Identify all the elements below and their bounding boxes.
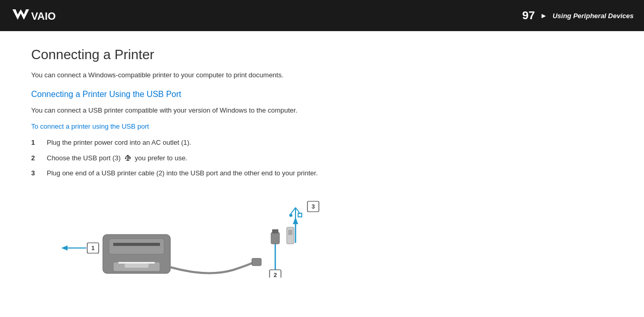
svg-marker-32 (293, 217, 298, 224)
step-3: 3 Plug one end of a USB printer cable (2… (31, 168, 613, 178)
step-3-text: Plug one end of a USB printer cable (2) … (47, 168, 613, 178)
svg-rect-5 (129, 157, 130, 159)
svg-text:VAIO: VAIO (31, 10, 56, 22)
steps-list: 1 Plug the printer power cord into an AC… (31, 137, 613, 178)
section-description: You can connect a USB printer compatible… (31, 105, 613, 116)
svg-point-29 (289, 214, 292, 217)
svg-rect-17 (118, 262, 155, 264)
vaio-logo: VAIO (8, 5, 71, 26)
chevron-right-icon: ► (540, 11, 547, 20)
svg-text:1: 1 (91, 245, 95, 251)
svg-rect-13 (109, 239, 164, 254)
svg-text:3: 3 (312, 203, 315, 210)
step-2: 2 Choose the USB port (3) you prefer to … (31, 153, 613, 163)
step-3-number: 3 (31, 168, 47, 178)
header-right: 97 ► Using Peripheral Devices (522, 9, 634, 22)
usb-symbol-icon (124, 154, 132, 162)
svg-rect-16 (113, 243, 160, 246)
connection-diagram: 1 2 (52, 187, 415, 278)
procedure-heading: To connect a printer using the USB port (31, 122, 613, 130)
svg-rect-25 (288, 230, 292, 235)
intro-paragraph: You can connect a Windows-compatible pri… (31, 70, 613, 80)
sub-heading-link[interactable]: Connecting a Printer Using the USB Port (31, 90, 613, 99)
step-2-text: Choose the USB port (3) you prefer to us… (47, 153, 613, 163)
svg-rect-15 (125, 264, 149, 268)
svg-point-4 (125, 158, 126, 159)
svg-rect-22 (271, 232, 279, 244)
step-2-number: 2 (31, 153, 47, 163)
main-content: Connecting a Printer You can connect a W… (0, 31, 644, 291)
svg-line-27 (291, 208, 296, 214)
svg-text:2: 2 (274, 272, 277, 278)
svg-marker-11 (61, 245, 68, 251)
step-1-text: Plug the printer power cord into an AC o… (47, 137, 613, 148)
page-number: 97 (522, 9, 535, 22)
page-title: Connecting a Printer (31, 47, 613, 63)
svg-rect-23 (272, 229, 278, 233)
svg-rect-24 (287, 227, 294, 244)
diagram: 1 2 (52, 187, 415, 280)
page-header: VAIO 97 ► Using Peripheral Devices (0, 0, 644, 31)
header-title: Using Peripheral Devices (553, 12, 634, 20)
svg-rect-18 (252, 258, 261, 266)
step-1-number: 1 (31, 137, 47, 148)
step-1: 1 Plug the printer power cord into an AC… (31, 137, 613, 148)
